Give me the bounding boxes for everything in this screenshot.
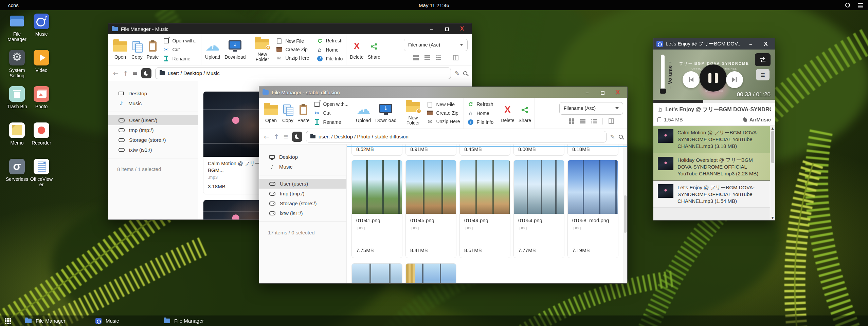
new-file-button[interactable]: New File: [427, 102, 460, 108]
sidebar-item-tmp-drive[interactable]: tmp (tmp:/): [108, 125, 198, 135]
system-menu-icon[interactable]: [858, 3, 863, 7]
minimize-button[interactable]: –: [745, 39, 757, 49]
scrollbar-thumb[interactable]: [771, 131, 774, 163]
dark-mode-toggle[interactable]: [292, 132, 302, 142]
home-button[interactable]: ⌂Home: [467, 110, 494, 117]
app-launcher-button[interactable]: [5, 318, 11, 324]
file-card-01058-mod[interactable]: 01058_mod.png.png7.19MB: [567, 160, 618, 258]
rename-button[interactable]: Rename: [163, 56, 198, 61]
previous-track-button[interactable]: [683, 71, 700, 88]
home-button[interactable]: ⌂Home: [317, 46, 343, 53]
sidebar-item-user-drive[interactable]: User (user:/): [259, 179, 346, 189]
maximize-button[interactable]: [596, 87, 609, 97]
titlebar[interactable]: Let's Enjoy @ フリーBGM DOV... – X: [653, 38, 775, 50]
cut-button[interactable]: ✂Cut: [163, 46, 198, 53]
close-button[interactable]: X: [612, 87, 624, 97]
repeat-button[interactable]: [755, 53, 771, 66]
sidebar-item-music[interactable]: ♪Music: [108, 98, 198, 108]
desktop-icon-file-manager[interactable]: File Manager: [5, 14, 29, 50]
scrollbar[interactable]: [623, 145, 627, 283]
file-card-partial[interactable]: [405, 263, 456, 283]
playlist-item[interactable]: Let's Enjoy @ フリーBGM DOVA-SYNDROME OFFIC…: [653, 181, 770, 208]
back-button[interactable]: ←: [264, 133, 270, 140]
upload-button[interactable]: Upload: [205, 40, 220, 60]
column-view-button[interactable]: [609, 118, 614, 124]
sort-dropdown[interactable]: Filename (Asc): [559, 102, 623, 115]
desktop-icon-photo[interactable]: Photo: [29, 86, 54, 122]
cut-button[interactable]: ✂Cut: [314, 110, 349, 116]
grid-view-button[interactable]: [569, 118, 574, 124]
file-card-partial[interactable]: [203, 200, 266, 219]
desktop-icon-office-viewer[interactable]: OfficeViewer: [29, 159, 54, 195]
upload-button[interactable]: Upload: [356, 103, 371, 123]
menu-icon[interactable]: ≡: [283, 133, 288, 140]
close-button[interactable]: X: [760, 39, 772, 49]
up-button[interactable]: ↑: [273, 133, 279, 140]
file-card-01049[interactable]: 01049.png.png8.51MB: [459, 160, 510, 258]
file-card-01054[interactable]: 01054.png.png7.77MB: [513, 160, 564, 258]
back-button[interactable]: ←: [113, 70, 119, 77]
edit-path-icon[interactable]: ✎: [610, 133, 615, 140]
menu-icon[interactable]: ≡: [132, 70, 138, 77]
desktop-icon-system-setting[interactable]: System Setting: [5, 50, 29, 86]
grid-view-button[interactable]: [413, 55, 419, 60]
list-view-button[interactable]: [580, 118, 585, 124]
file-card-01041[interactable]: 01041.png.png7.75MB: [351, 160, 402, 258]
sidebar-item-ixtw-drive[interactable]: ixtw (is1:/): [259, 208, 346, 218]
minimize-button[interactable]: –: [581, 87, 593, 97]
paste-button[interactable]: Paste: [147, 40, 159, 60]
open-button[interactable]: Open: [264, 103, 278, 123]
titlebar[interactable]: File Manager - Music – X: [108, 23, 472, 34]
desktop-icon-memo[interactable]: Memo: [5, 122, 29, 159]
share-button[interactable]: Share: [368, 40, 380, 60]
scroll-up-icon[interactable]: ▲: [772, 127, 774, 130]
dark-mode-toggle[interactable]: [141, 68, 151, 78]
desktop-icon-recorder[interactable]: Recorder: [29, 122, 54, 159]
unzip-here-button[interactable]: ✉Unzip Here: [276, 55, 309, 61]
minimize-button[interactable]: –: [426, 24, 438, 34]
volume-knob[interactable]: [660, 89, 666, 94]
file-card-partial[interactable]: [351, 263, 402, 283]
sidebar-item-user-drive[interactable]: User (user:/): [108, 115, 198, 125]
playlist-button[interactable]: ≡: [756, 69, 770, 80]
open-with-button[interactable]: Open with...: [314, 101, 349, 107]
paste-button[interactable]: Paste: [297, 103, 310, 123]
desktop-icon-video[interactable]: Video: [29, 50, 54, 86]
file-card-calm-motion[interactable]: Calm Motion @ フリーBGM... .mp3 3.18MB: [203, 91, 266, 194]
sidebar-item-music[interactable]: ♪Music: [259, 162, 346, 172]
search-icon[interactable]: [619, 135, 623, 139]
desktop-icon-trash-bin[interactable]: Trash Bin: [5, 86, 29, 122]
playlist-item[interactable]: Holiday Overslept @ フリーBGM DOVA-SYNDROME…: [653, 153, 770, 181]
status-ring-icon[interactable]: [845, 3, 850, 7]
next-track-button[interactable]: [726, 71, 743, 88]
create-zip-button[interactable]: Create Zip: [276, 47, 309, 52]
download-button[interactable]: Download: [375, 103, 396, 123]
open-button[interactable]: Open: [113, 40, 127, 60]
volume-slider[interactable]: [661, 55, 665, 93]
up-button[interactable]: ↑: [123, 70, 129, 77]
sidebar-item-storage-drive[interactable]: Storage (store:/): [259, 198, 346, 208]
delete-button[interactable]: XDelete: [501, 103, 514, 123]
titlebar[interactable]: File Manager - stable diffusion – X: [259, 87, 627, 98]
edit-path-icon[interactable]: ✎: [455, 70, 459, 77]
taskbar-item-file-manager-1[interactable]: File Manager: [25, 315, 66, 326]
scrollbar[interactable]: ▲▼: [770, 126, 775, 220]
detail-view-button[interactable]: [591, 118, 597, 124]
new-file-button[interactable]: New File: [276, 38, 309, 44]
maximize-button[interactable]: [441, 24, 453, 34]
share-button[interactable]: Share: [519, 103, 531, 123]
unzip-here-button[interactable]: ✉Unzip Here: [427, 118, 460, 125]
file-info-button[interactable]: iFile Info: [467, 119, 494, 125]
delete-button[interactable]: XDelete: [350, 40, 363, 60]
list-view-button[interactable]: [424, 55, 430, 60]
playlist-item[interactable]: Calm Motion @ フリーBGM DOVA-SYNDROME OFFIC…: [653, 126, 770, 153]
sort-dropdown[interactable]: Filename (Asc): [404, 39, 468, 51]
pause-button[interactable]: [700, 64, 727, 92]
progress-bar[interactable]: [653, 100, 775, 103]
new-folder-button[interactable]: +New Folder: [403, 101, 422, 125]
open-with-button[interactable]: Open with...: [163, 38, 198, 43]
file-card-01045[interactable]: 01045.png.png8.41MB: [405, 160, 456, 258]
search-icon[interactable]: [463, 71, 467, 75]
scroll-down-icon[interactable]: ▼: [772, 216, 774, 219]
path-input[interactable]: user: / Desktop / Music: [155, 68, 451, 79]
